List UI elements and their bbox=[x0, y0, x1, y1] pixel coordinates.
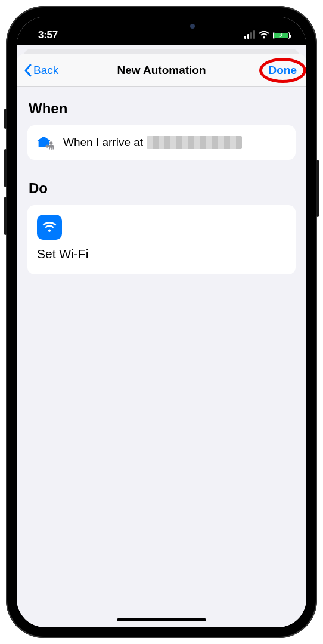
when-heading: When bbox=[29, 100, 296, 117]
when-trigger-text: When I arrive at bbox=[63, 136, 286, 149]
svg-point-0 bbox=[49, 141, 52, 144]
chevron-left-icon bbox=[24, 64, 32, 77]
wifi-status-icon bbox=[259, 31, 269, 39]
back-button[interactable]: Back bbox=[21, 60, 61, 80]
cellular-signal-icon bbox=[244, 32, 255, 39]
when-trigger-prefix: When I arrive at bbox=[63, 136, 143, 149]
volume-up-button bbox=[4, 149, 7, 187]
arrive-home-icon bbox=[37, 135, 55, 150]
do-action-card[interactable]: Set Wi-Fi bbox=[27, 205, 296, 274]
back-label: Back bbox=[33, 64, 58, 77]
mute-switch bbox=[4, 109, 7, 129]
front-camera-icon bbox=[190, 24, 195, 29]
modal-sheet: Back New Automation Done When bbox=[17, 54, 306, 627]
status-indicators: ⚡︎ bbox=[244, 31, 290, 39]
content-area: When When I arrive at bbox=[17, 87, 306, 627]
do-heading: Do bbox=[29, 180, 296, 197]
page-title: New Automation bbox=[117, 64, 206, 77]
done-button[interactable]: Done bbox=[265, 61, 301, 79]
battery-charging-icon: ⚡︎ bbox=[273, 32, 290, 39]
notch bbox=[94, 17, 229, 36]
status-time: 3:57 bbox=[38, 29, 58, 41]
do-action-label: Set Wi-Fi bbox=[37, 247, 88, 261]
when-trigger-card[interactable]: When I arrive at bbox=[27, 125, 296, 160]
volume-down-button bbox=[4, 197, 7, 235]
location-redacted bbox=[147, 136, 242, 149]
home-indicator[interactable] bbox=[117, 618, 206, 621]
side-button bbox=[316, 160, 319, 217]
navigation-bar: Back New Automation Done bbox=[17, 54, 306, 87]
wifi-action-icon bbox=[37, 215, 62, 240]
screen: 3:57 ⚡︎ Back New Automation Done bbox=[17, 17, 306, 627]
done-highlight-annotation bbox=[259, 58, 307, 83]
phone-frame: 3:57 ⚡︎ Back New Automation Done bbox=[6, 6, 317, 638]
